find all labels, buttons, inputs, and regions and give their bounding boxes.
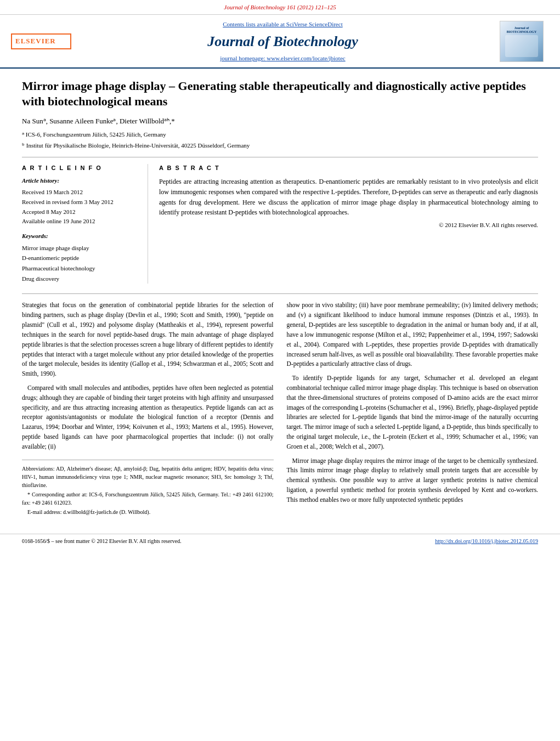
elsevier-logo: ELSEVIER — [11, 33, 71, 49]
page-container: Journal of Biotechnology 161 (2012) 121–… — [0, 0, 560, 548]
header-center: Contents lists available at SciVerse Sci… — [77, 20, 489, 63]
keyword-2: D-enantiomeric peptide — [22, 253, 137, 263]
sciverse-anchor[interactable]: SciVerse ScienceDirect — [286, 21, 343, 27]
header-area: ELSEVIER Contents lists available at Sci… — [0, 15, 560, 69]
affiliation-a: ᵃ ICS-6, Forschungszentrum Jülich, 52425… — [22, 130, 538, 139]
body-para-3: show poor in vivo stability; (iii) have … — [287, 301, 539, 369]
footnotes-area: Abbreviations: AD, Alzheimer's disease; … — [22, 460, 274, 516]
authors: Na Sunᵃ, Susanne Aileen Funkeᵃ, Dieter W… — [22, 116, 538, 127]
abstract-col: A B S T R A C T Peptides are attracting … — [148, 164, 538, 284]
abstract-label: A B S T R A C T — [159, 164, 538, 173]
body-para-2: Compared with small molecules and antibo… — [22, 383, 274, 452]
keyword-4: Drug discovery — [22, 274, 137, 284]
footnote-email: E-mail address: d.willbold@fz-juelich.de… — [22, 508, 274, 516]
affiliation-b: ᵇ Institut für Physikalische Biologie, H… — [22, 141, 538, 150]
keyword-1: Mirror image phage display — [22, 243, 137, 253]
sciverse-link: Contents lists available at SciVerse Sci… — [77, 20, 489, 29]
journal-citation: Journal of Biotechnology 161 (2012) 121–… — [224, 4, 336, 10]
main-content: Mirror image phage display – Generating … — [0, 69, 560, 528]
journal-title-header: Journal of Biotechnology — [77, 31, 489, 52]
journal-cover-image: Journal ofBIOTECHNOLOGY — [500, 21, 544, 62]
abstract-copyright: © 2012 Elsevier B.V. All rights reserved… — [159, 221, 538, 230]
bottom-bar: 0168-1656/$ – see front matter © 2012 El… — [0, 534, 560, 549]
journal-homepage: journal homepage: www.elsevier.com/locat… — [77, 54, 489, 63]
article-info-abstract: A R T I C L E I N F O Article history: R… — [22, 164, 538, 284]
history-label: Article history: — [22, 177, 137, 185]
footnote-corresponding: * Corresponding author at: ICS-6, Forsch… — [22, 490, 274, 507]
body-para-1: Strategies that focus on the generation … — [22, 301, 274, 379]
issn-text: 0168-1656/$ – see front matter © 2012 El… — [22, 538, 182, 546]
divider-2 — [22, 293, 538, 294]
divider-1 — [22, 157, 538, 157]
homepage-link[interactable]: www.elsevier.com/locate/jbiotec — [267, 55, 345, 61]
body-columns: Strategies that focus on the generation … — [22, 301, 538, 517]
abstract-text: Peptides are attracting increasing atten… — [159, 177, 538, 217]
received-date: Received 19 March 2012 — [22, 188, 137, 197]
keywords-label: Keywords: — [22, 232, 137, 241]
article-info-label: A R T I C L E I N F O — [22, 164, 137, 173]
article-title: Mirror image phage display – Generating … — [22, 78, 538, 110]
journal-bar: Journal of Biotechnology 161 (2012) 121–… — [0, 0, 560, 15]
accepted-date: Accepted 8 May 2012 — [22, 207, 137, 217]
body-para-4: To identify D-peptide ligands for any ta… — [287, 374, 539, 452]
keyword-3: Pharmaceutical biotechnology — [22, 263, 137, 274]
body-para-5: Mirror image phage display requires the … — [287, 456, 539, 505]
footnote-abbreviations: Abbreviations: AD, Alzheimer's disease; … — [22, 465, 274, 489]
header-right: Journal ofBIOTECHNOLOGY — [494, 20, 549, 63]
available-date: Available online 19 June 2012 — [22, 217, 137, 227]
body-col-1: Strategies that focus on the generation … — [22, 301, 274, 517]
header-left: ELSEVIER — [11, 20, 71, 63]
body-col-2: show poor in vivo stability; (iii) have … — [287, 301, 539, 517]
doi-link[interactable]: http://dx.doi.org/10.1016/j.jbiotec.2012… — [435, 538, 538, 546]
article-info-col: A R T I C L E I N F O Article history: R… — [22, 164, 148, 284]
revised-date: Received in revised form 3 May 2012 — [22, 197, 137, 207]
